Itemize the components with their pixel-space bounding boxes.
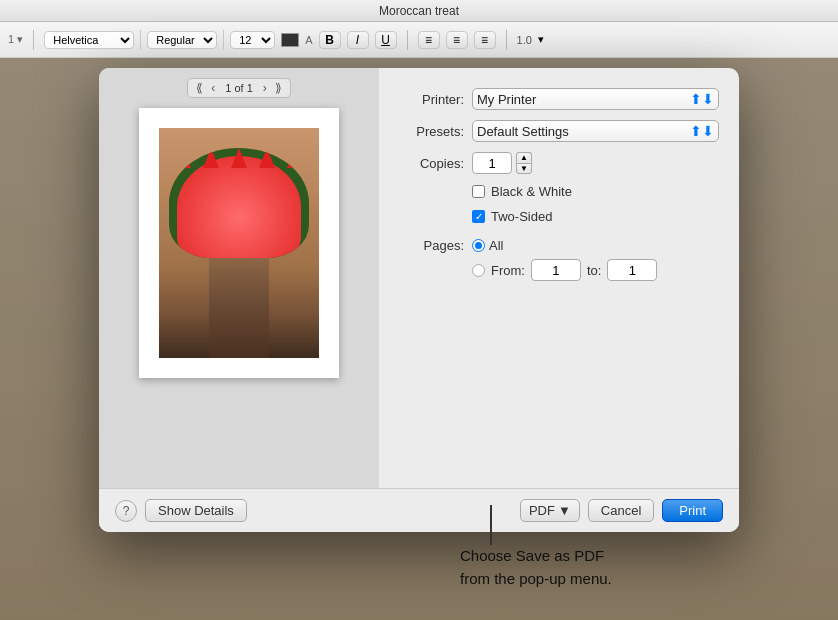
pages-from-row: From: to: <box>472 259 719 281</box>
preview-panel: ⟪ ‹ 1 of 1 › ⟫ <box>99 68 379 488</box>
spike3 <box>231 148 247 168</box>
toolbar-divider <box>33 30 34 50</box>
copies-input[interactable]: 1 <box>472 152 512 174</box>
two-sided-label: Two-Sided <box>491 209 552 224</box>
title-bar: Moroccan treat <box>0 0 838 22</box>
pages-from-radio[interactable] <box>472 264 485 277</box>
printer-control: My Printer ⬆⬇ <box>472 88 719 110</box>
line-spacing-icon: ▾ <box>538 33 544 46</box>
italic-button[interactable]: I <box>347 31 369 49</box>
color-swatch[interactable] <box>281 33 299 47</box>
printer-value: My Printer <box>477 92 536 107</box>
divider4 <box>506 30 507 50</box>
presets-chevron: ⬆⬇ <box>690 123 714 139</box>
footer-left: ? Show Details <box>115 499 247 522</box>
page-number-icon: 1 ▾ <box>8 33 23 46</box>
font-size-select[interactable]: 12 <box>230 31 275 49</box>
show-details-button[interactable]: Show Details <box>145 499 247 522</box>
printer-label: Printer: <box>399 92 464 107</box>
bold-button[interactable]: B <box>319 31 341 49</box>
printer-chevron: ⬆⬇ <box>690 91 714 107</box>
watermelon-flesh <box>177 156 301 258</box>
dialog-overlay: ⟪ ‹ 1 of 1 › ⟫ <box>0 58 838 620</box>
watermelon-outer <box>169 148 309 258</box>
prev-page-button[interactable]: ‹ <box>209 81 217 95</box>
first-page-button[interactable]: ⟪ <box>194 81 205 95</box>
copies-spinner: 1 ▲ ▼ <box>472 152 532 174</box>
spike5 <box>287 148 303 168</box>
callout-line2: from the pop-up menu. <box>460 570 612 587</box>
bw-row: Black & White <box>472 184 719 199</box>
divider2 <box>223 30 224 50</box>
underline-button[interactable]: U <box>375 31 397 49</box>
font-name-select[interactable]: Helvetica <box>44 31 134 49</box>
help-button[interactable]: ? <box>115 500 137 522</box>
two-sided-row: ✓ Two-Sided <box>472 209 719 224</box>
print-button[interactable]: Print <box>662 499 723 522</box>
copies-spinner-buttons: ▲ ▼ <box>516 152 532 174</box>
printer-row: Printer: My Printer ⬆⬇ <box>399 88 719 110</box>
pages-row: Pages: All <box>399 238 719 253</box>
spike2 <box>203 148 219 168</box>
font-color-icon: A <box>305 34 312 46</box>
presets-row: Presets: Default Settings ⬆⬇ <box>399 120 719 142</box>
presets-value: Default Settings <box>477 124 569 139</box>
pages-section: Pages: All From: to: <box>399 238 719 281</box>
controls-panel: Printer: My Printer ⬆⬇ Presets: Default … <box>379 68 739 488</box>
two-sided-checkbox[interactable]: ✓ <box>472 210 485 223</box>
font-style-select[interactable]: Regular <box>147 31 217 49</box>
dialog-footer: ? Show Details PDF ▼ Cancel Print <box>99 488 739 532</box>
pages-label: Pages: <box>399 238 464 253</box>
divider <box>140 30 141 50</box>
from-input[interactable] <box>531 259 581 281</box>
copies-row: Copies: 1 ▲ ▼ <box>399 152 719 174</box>
pages-from-option <box>472 264 485 277</box>
callout-line1: Choose Save as PDF <box>460 547 604 564</box>
toolbar: 1 ▾ Helvetica Regular 12 A B I U ≡ ≡ ≡ 1… <box>0 22 838 58</box>
from-label: From: <box>491 263 525 278</box>
copies-increment[interactable]: ▲ <box>516 152 532 163</box>
align-center-button[interactable]: ≡ <box>446 31 468 49</box>
print-dialog: ⟪ ‹ 1 of 1 › ⟫ <box>99 68 739 532</box>
callout-text: Choose Save as PDF from the pop-up menu. <box>460 545 612 590</box>
bw-checkbox[interactable] <box>472 185 485 198</box>
last-page-button[interactable]: ⟫ <box>273 81 284 95</box>
dialog-inner: ⟪ ‹ 1 of 1 › ⟫ <box>99 68 739 488</box>
copies-label: Copies: <box>399 156 464 171</box>
preview-nav: ⟪ ‹ 1 of 1 › ⟫ <box>187 78 291 98</box>
callout-line <box>490 505 492 545</box>
pages-all-label: All <box>489 238 503 253</box>
pages-all-radio[interactable] <box>472 239 485 252</box>
bw-label: Black & White <box>491 184 572 199</box>
spike1 <box>175 148 191 168</box>
pages-all-option: All <box>472 238 503 253</box>
presets-label: Presets: <box>399 124 464 139</box>
copies-decrement[interactable]: ▼ <box>516 163 532 174</box>
presets-control: Default Settings ⬆⬇ <box>472 120 719 142</box>
preview-paper <box>139 108 339 378</box>
to-label: to: <box>587 263 601 278</box>
printer-select[interactable]: My Printer ⬆⬇ <box>472 88 719 110</box>
presets-select[interactable]: Default Settings ⬆⬇ <box>472 120 719 142</box>
spike4 <box>259 148 275 168</box>
preview-image <box>159 128 319 358</box>
align-right-button[interactable]: ≡ <box>474 31 496 49</box>
line-spacing-label: 1.0 <box>517 34 532 46</box>
align-left-button[interactable]: ≡ <box>418 31 440 49</box>
callout-container: Choose Save as PDF from the pop-up menu. <box>460 505 612 590</box>
page-count-label: 1 of 1 <box>225 82 253 94</box>
window-title: Moroccan treat <box>379 4 459 18</box>
to-input[interactable] <box>607 259 657 281</box>
spikes <box>169 148 309 168</box>
divider3 <box>407 30 408 50</box>
next-page-button[interactable]: › <box>261 81 269 95</box>
